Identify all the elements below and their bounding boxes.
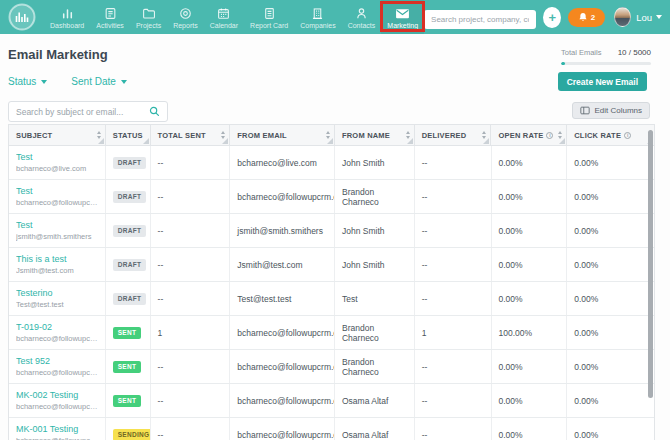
table-row[interactable]: This is a testJsmith@test.comDRAFT--Jsmi…: [9, 248, 654, 282]
table-row[interactable]: MK-001 Testingbcharneco@followupcrm.comS…: [9, 418, 654, 440]
chevron-down-icon: [41, 80, 47, 84]
cell-status: DRAFT: [106, 146, 151, 179]
cell-from-name: Osama Altaf: [335, 384, 415, 417]
column-header-from-email[interactable]: FROM EMAIL: [230, 125, 335, 145]
column-resize-handle[interactable]: [98, 138, 104, 144]
cell-from-email: bcharneco@followupcrm.com: [230, 316, 335, 349]
report-card-icon: [263, 6, 276, 20]
cell-open-rate: 100.00%: [492, 316, 568, 349]
cell-subject: MK-002 Testingbcharneco@followupcrm.com: [9, 384, 106, 417]
column-header-from-name[interactable]: FROM NAME: [335, 125, 415, 145]
table-search-input[interactable]: [9, 107, 149, 117]
cell-status: DRAFT: [106, 214, 151, 247]
table-row[interactable]: Test 952bcharneco@followupcrm.comSENT--b…: [9, 350, 654, 384]
subject-link[interactable]: Test: [16, 220, 99, 230]
open-rate-value: 0.00%: [499, 158, 561, 168]
sent-date-filter-dropdown[interactable]: Sent Date: [71, 76, 126, 87]
nav-item-activities[interactable]: Activities: [90, 0, 130, 34]
nav-item-reports[interactable]: Reports: [167, 0, 204, 34]
column-label: DELIVERED: [422, 131, 467, 140]
column-label: OPEN RATE: [498, 131, 543, 140]
from-email-value: Test@test.test: [237, 294, 328, 304]
column-header-delivered[interactable]: DELIVERED: [415, 125, 492, 145]
column-resize-handle[interactable]: [559, 138, 565, 144]
table-header-row: SUBJECTSTATUSTOTAL SENTFROM EMAILFROM NA…: [9, 125, 654, 146]
nav-item-label: Projects: [136, 22, 161, 29]
nav-item-contacts[interactable]: Contacts: [342, 0, 382, 34]
activities-icon: [104, 6, 117, 20]
from-name-value: Osama Altaf: [342, 396, 408, 406]
subject-link[interactable]: Test: [16, 186, 99, 196]
app-window: Dashboard Activities Projects Reports: [0, 0, 670, 440]
status-badge: SENT: [113, 395, 142, 407]
column-resize-handle[interactable]: [143, 138, 149, 144]
subject-link[interactable]: T-019-02: [16, 322, 99, 332]
table-row[interactable]: T-019-02bcharneco@followupcrm.comSENT1bc…: [9, 316, 654, 350]
cell-click-rate: 0.00%: [567, 180, 654, 213]
cell-from-name: Brandon Charneco: [335, 350, 415, 383]
cell-subject: Testbcharneco@live.com: [9, 146, 106, 179]
app-logo[interactable]: [8, 3, 36, 31]
column-header-total-sent[interactable]: TOTAL SENT: [151, 125, 231, 145]
column-resize-handle[interactable]: [407, 138, 413, 144]
total-emails-label: Total Emails: [561, 48, 601, 57]
cell-open-rate: 0.00%: [492, 248, 568, 281]
open-rate-value: 0.00%: [499, 430, 561, 440]
cell-from-email: bcharneco@followupcrm.com: [230, 384, 335, 417]
from-name-value: Brandon Charneco: [342, 323, 408, 343]
cell-delivered: --: [415, 282, 492, 315]
nav-item-calendar[interactable]: Calendar: [204, 0, 244, 34]
nav-item-marketing[interactable]: Marketing: [381, 0, 424, 34]
nav-item-label: Marketing: [387, 22, 418, 29]
marketing-icon: [395, 6, 410, 20]
subject-link[interactable]: MK-001 Testing: [16, 424, 99, 434]
table-row[interactable]: Testbcharneco@followupcrm.comDRAFT--bcha…: [9, 180, 654, 214]
user-avatar[interactable]: [614, 7, 631, 27]
open-rate-value: 0.00%: [499, 260, 561, 270]
columns-icon: [580, 106, 590, 115]
email-campaigns-table: SUBJECTSTATUSTOTAL SENTFROM EMAILFROM NA…: [8, 124, 655, 440]
vertical-scrollbar[interactable]: [648, 130, 653, 398]
subject-link[interactable]: Test 952: [16, 356, 99, 366]
subject-link[interactable]: This is a test: [16, 254, 99, 264]
user-menu[interactable]: Lou: [636, 12, 662, 23]
search-icon[interactable]: [149, 106, 160, 117]
quota-progress-bar: [561, 62, 651, 65]
table-row[interactable]: TesterinoTest@test.testDRAFT--Test@test.…: [9, 282, 654, 316]
nav-item-label: Contacts: [348, 22, 376, 29]
from-name-value: John Smith: [342, 158, 408, 168]
table-row[interactable]: Testjsmith@smith.smithersDRAFT--jsmith@s…: [9, 214, 654, 248]
cell-open-rate: 0.00%: [492, 384, 568, 417]
cell-click-rate: 0.00%: [567, 316, 654, 349]
nav-item-projects[interactable]: Projects: [130, 0, 167, 34]
table-row[interactable]: Testbcharneco@live.comDRAFT--bcharneco@l…: [9, 146, 654, 180]
chevron-down-icon: [656, 15, 662, 19]
column-resize-handle[interactable]: [327, 138, 333, 144]
column-resize-handle[interactable]: [222, 138, 228, 144]
create-new-email-button[interactable]: Create New Email: [558, 72, 647, 91]
column-header-open-rate[interactable]: OPEN RATEi: [491, 125, 567, 145]
nav-item-companies[interactable]: Companies: [294, 0, 341, 34]
subject-email: bcharneco@followupcrm.com: [16, 334, 99, 343]
column-header-status[interactable]: STATUS: [106, 125, 151, 145]
cell-delivered: 1: [415, 316, 492, 349]
subject-link[interactable]: MK-002 Testing: [16, 390, 99, 400]
from-email-value: bcharneco@followupcrm.com: [237, 362, 328, 372]
click-rate-value: 0.00%: [574, 396, 648, 406]
calendar-icon: [217, 6, 230, 20]
column-header-subject[interactable]: SUBJECT: [9, 125, 106, 145]
subject-link[interactable]: Test: [16, 152, 99, 162]
status-filter-dropdown[interactable]: Status: [8, 76, 47, 87]
nav-item-label: Reports: [173, 22, 198, 29]
notifications-button[interactable]: 2: [568, 8, 605, 27]
nav-item-report-card[interactable]: Report Card: [244, 0, 294, 34]
status-badge: DRAFT: [113, 191, 147, 203]
add-button[interactable]: +: [543, 7, 561, 28]
edit-columns-button[interactable]: Edit Columns: [572, 102, 650, 119]
subject-link[interactable]: Testerino: [16, 288, 99, 298]
table-row[interactable]: MK-002 Testingbcharneco@followupcrm.comS…: [9, 384, 654, 418]
column-resize-handle[interactable]: [483, 138, 489, 144]
column-header-click-rate[interactable]: CLICK RATEi: [567, 125, 654, 145]
global-search-input[interactable]: [424, 10, 536, 29]
nav-item-dashboard[interactable]: Dashboard: [44, 0, 90, 34]
